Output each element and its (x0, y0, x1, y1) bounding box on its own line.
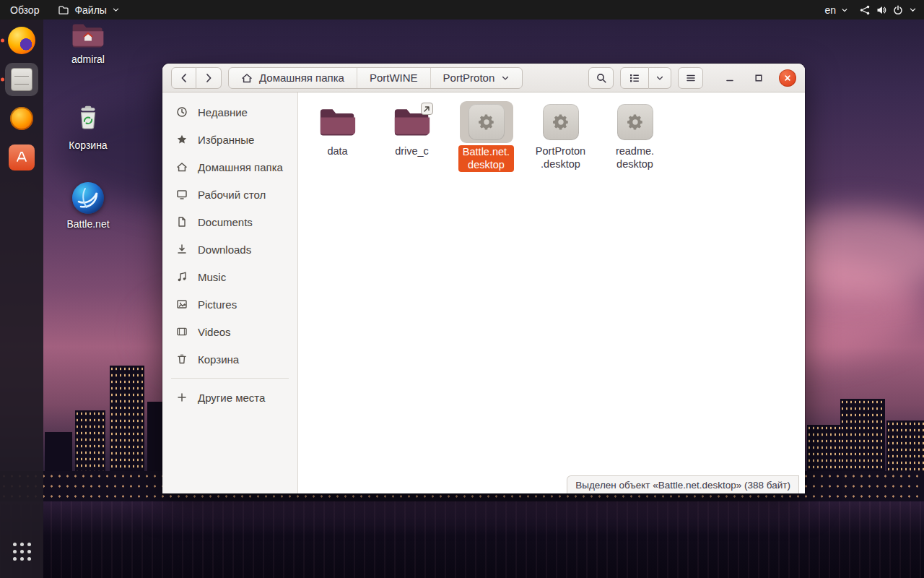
show-applications-button[interactable] (5, 535, 38, 568)
sidebar-item-label: Корзина (198, 353, 239, 366)
window-body: Недавние Избранные Домашняя папка Рабочи… (162, 92, 805, 493)
folder-icon (319, 107, 357, 137)
activities-label: Обзор (10, 4, 39, 16)
forward-button[interactable] (196, 67, 222, 89)
activities-button[interactable]: Обзор (10, 0, 39, 20)
portproton-icon (10, 107, 33, 130)
ubuntu-software-icon (9, 144, 35, 171)
desktop-icon-label: admiral (71, 53, 105, 65)
pictures-icon (176, 298, 188, 310)
desktop-icon-admiral[interactable]: admiral (55, 22, 121, 65)
files-app-icon (58, 4, 69, 16)
dock-item-files[interactable] (5, 63, 38, 96)
keyboard-layout-indicator[interactable]: en (824, 0, 848, 20)
running-indicator (1, 39, 4, 43)
clock-icon (176, 106, 188, 118)
file-label: drive_c (395, 145, 429, 158)
view-options (620, 67, 671, 89)
close-button[interactable] (779, 69, 796, 87)
header-bar: Домашняя папка PortWINE PortProton (162, 64, 805, 92)
status-text: Выделен объект «Battle.net.desktop» (388… (575, 480, 790, 491)
star-icon (176, 134, 188, 145)
minimize-button[interactable] (721, 69, 738, 87)
file-item-data[interactable]: data (300, 101, 375, 172)
dock (0, 20, 43, 578)
status-bar: Выделен объект «Battle.net.desktop» (388… (567, 475, 799, 493)
top-bar: Обзор Файлы en (0, 0, 924, 20)
sidebar-item-desktop[interactable]: Рабочий стол (165, 181, 295, 208)
path-segment-label: PortWINE (370, 72, 418, 84)
files-icon (11, 68, 32, 91)
path-segment-portwine[interactable]: PortWINE (357, 68, 431, 88)
desktop-icon-battlenet[interactable]: Battle.net (55, 182, 121, 230)
volume-icon (876, 4, 887, 16)
sidebar-item-videos[interactable]: Videos (165, 318, 295, 345)
desktop-screen: Обзор Файлы en (0, 0, 924, 578)
path-segment-home[interactable]: Домашняя папка (229, 68, 357, 88)
maximize-button[interactable] (750, 69, 767, 87)
sidebar-item-documents[interactable]: Documents (165, 208, 295, 236)
file-item-battlenet-desktop[interactable]: Battle.net.desktop (449, 101, 523, 172)
sidebar-item-label: Недавние (198, 106, 248, 118)
sidebar-separator (171, 378, 289, 379)
sidebar-item-label: Music (198, 271, 226, 283)
dock-item-ubuntu-software[interactable] (5, 141, 38, 174)
chevron-down-icon (909, 6, 917, 14)
wallpaper-water (0, 501, 924, 578)
app-menu-label: Файлы (74, 4, 106, 16)
desktop-file-gear-icon (543, 104, 579, 140)
desktop-monitor-icon (176, 189, 188, 200)
nav-buttons (171, 67, 222, 89)
network-share-icon (859, 4, 871, 16)
sidebar-item-music[interactable]: Music (165, 263, 295, 290)
places-sidebar: Недавние Избранные Домашняя папка Рабочи… (162, 92, 298, 493)
sidebar-item-label: Documents (198, 216, 253, 228)
system-status-area[interactable] (859, 0, 917, 20)
music-icon (176, 271, 188, 282)
trash-bin-icon (73, 103, 103, 135)
apps-grid-icon (13, 543, 31, 561)
file-icon-box (609, 101, 662, 143)
hamburger-menu-button[interactable] (678, 67, 703, 89)
sidebar-item-recent[interactable]: Недавние (165, 98, 295, 126)
sidebar-item-home[interactable]: Домашняя папка (165, 153, 295, 181)
path-segment-portproton[interactable]: PortProton (431, 68, 523, 88)
home-icon (241, 72, 253, 84)
file-icon-box (385, 101, 439, 143)
power-icon (892, 4, 904, 16)
downloads-icon (176, 243, 188, 255)
dock-item-portproton[interactable] (5, 102, 38, 135)
desktop-icon-trash[interactable]: Корзина (55, 103, 121, 151)
file-label: Battle.net.desktop (458, 145, 514, 172)
file-label: PortProton.desktop (536, 145, 585, 171)
sidebar-item-trash[interactable]: Корзина (165, 345, 295, 373)
search-button[interactable] (588, 67, 614, 89)
file-icon-box (311, 101, 365, 143)
sidebar-item-label: Pictures (198, 298, 237, 311)
chevron-down-icon (112, 6, 120, 14)
file-label: data (327, 145, 347, 158)
dock-item-firefox[interactable] (5, 24, 38, 57)
sidebar-item-label: Videos (198, 326, 231, 338)
file-item-drive-c[interactable]: drive_c (375, 101, 449, 172)
app-menu-button[interactable]: Файлы (58, 0, 119, 20)
sidebar-item-label: Рабочий стол (198, 189, 266, 201)
path-segment-label: Домашняя папка (259, 72, 344, 84)
file-item-portproton-desktop[interactable]: PortProton.desktop (523, 101, 598, 172)
file-label: readme.desktop (616, 145, 654, 171)
view-options-dropdown-button[interactable] (649, 67, 671, 89)
window-controls (721, 69, 796, 87)
desktop-file-gear-icon (468, 104, 505, 140)
list-view-button[interactable] (620, 67, 649, 89)
sidebar-item-downloads[interactable]: Downloads (165, 236, 295, 263)
keyboard-layout-label: en (824, 4, 836, 16)
sidebar-item-pictures[interactable]: Pictures (165, 290, 295, 318)
sidebar-item-label: Избранные (198, 134, 254, 146)
videos-icon (176, 326, 188, 337)
sidebar-item-starred[interactable]: Избранные (165, 126, 295, 153)
file-item-readme-desktop[interactable]: readme.desktop (598, 101, 672, 172)
sidebar-item-other-locations[interactable]: Другие места (165, 384, 295, 411)
path-segment-label: PortProton (443, 72, 495, 84)
home-icon (176, 161, 188, 173)
back-button[interactable] (171, 67, 196, 89)
